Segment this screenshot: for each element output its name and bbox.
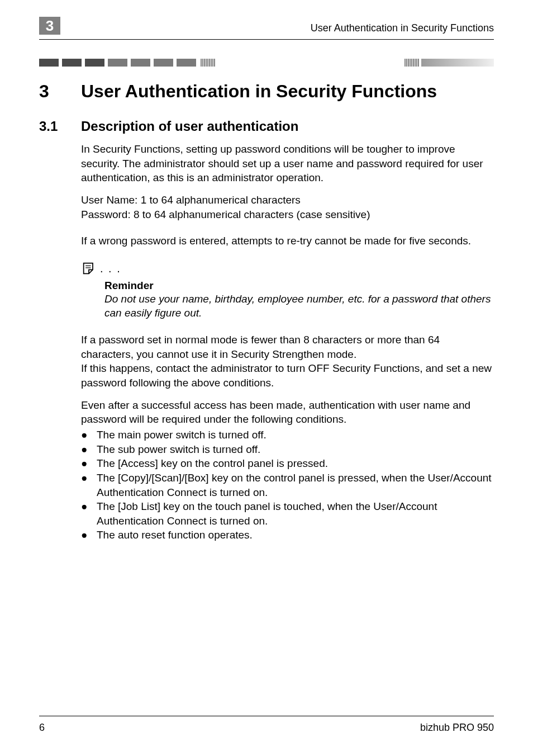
reminder-label: Reminder bbox=[81, 280, 494, 292]
running-header: User Authentication in Security Function… bbox=[311, 22, 494, 34]
bullet-icon: ● bbox=[81, 528, 97, 542]
list-item: ●The [Access] key on the control panel i… bbox=[81, 456, 494, 471]
list-item-text: The main power switch is turned off. bbox=[97, 428, 266, 442]
bullet-icon: ● bbox=[81, 428, 97, 442]
bar-segment bbox=[177, 59, 196, 67]
page-footer: 6 bizhub PRO 950 bbox=[39, 716, 494, 734]
header-rule bbox=[39, 39, 494, 40]
bullet-icon: ● bbox=[81, 471, 97, 485]
bullet-icon: ● bbox=[81, 499, 97, 514]
paragraph: In Security Functions, setting up passwo… bbox=[39, 142, 494, 185]
bullet-icon: ● bbox=[81, 442, 97, 457]
paragraph-line: If this happens, contact the administrat… bbox=[81, 362, 492, 389]
bar-barcode bbox=[201, 59, 215, 67]
list-item-text: The sub power switch is turned off. bbox=[97, 442, 260, 457]
reminder-block: . . . Reminder Do not use your name, bir… bbox=[39, 261, 494, 320]
bar-segment bbox=[154, 59, 173, 67]
paragraph-line: If a password set in normal mode is fewe… bbox=[81, 334, 440, 360]
paragraph: Even after a successful access has been … bbox=[39, 398, 494, 427]
list-item-text: The auto reset function operates. bbox=[97, 528, 253, 542]
bar-segment bbox=[85, 59, 104, 67]
chapter-title: 3 User Authentication in Security Functi… bbox=[39, 81, 494, 102]
bar-segment bbox=[131, 59, 150, 67]
reminder-icon: . . . bbox=[81, 261, 494, 276]
paragraph-line: User Name: 1 to 64 alphanumerical charac… bbox=[81, 194, 301, 206]
bar-gradient bbox=[421, 59, 494, 67]
bar-segment bbox=[62, 59, 82, 67]
list-item-text: The [Copy]/[Scan]/[Box] key on the contr… bbox=[97, 471, 494, 499]
bullet-list: ●The main power switch is turned off. ●T… bbox=[39, 428, 494, 542]
list-item-text: The [Job List] key on the touch panel is… bbox=[97, 499, 494, 528]
chapter-marker: 3 bbox=[39, 17, 60, 35]
reminder-dots: . . . bbox=[100, 262, 121, 276]
list-item: ●The auto reset function operates. bbox=[81, 528, 494, 542]
decorative-bar-left bbox=[39, 59, 215, 67]
product-name: bizhub PRO 950 bbox=[420, 722, 494, 734]
bullet-icon: ● bbox=[81, 456, 97, 471]
section-number: 3.1 bbox=[39, 119, 81, 134]
list-item: ●The sub power switch is turned off. bbox=[81, 442, 494, 457]
list-item-text: The [Access] key on the control panel is… bbox=[97, 456, 328, 471]
list-item: ●The main power switch is turned off. bbox=[81, 428, 494, 442]
decorative-bar-right bbox=[403, 59, 494, 67]
page-number: 6 bbox=[39, 722, 45, 734]
reminder-text: Do not use your name, birthday, employee… bbox=[81, 292, 494, 320]
bar-segment bbox=[39, 59, 59, 67]
footer-rule bbox=[39, 716, 494, 716]
list-item: ●The [Job List] key on the touch panel i… bbox=[81, 499, 494, 528]
bar-segment bbox=[108, 59, 127, 67]
list-item: ●The [Copy]/[Scan]/[Box] key on the cont… bbox=[81, 471, 494, 499]
paragraph: User Name: 1 to 64 alphanumerical charac… bbox=[39, 193, 494, 221]
paragraph-line: Password: 8 to 64 alphanumerical charact… bbox=[81, 209, 370, 220]
paragraph: If a wrong password is entered, attempts… bbox=[39, 234, 494, 248]
chapter-title-number: 3 bbox=[39, 81, 81, 102]
section-title: Description of user authentication bbox=[81, 119, 298, 134]
note-icon bbox=[81, 261, 97, 276]
chapter-title-text: User Authentication in Security Function… bbox=[81, 81, 494, 102]
section-heading: 3.1 Description of user authentication bbox=[39, 119, 494, 134]
bar-barcode bbox=[404, 59, 419, 67]
chapter-marker-number: 3 bbox=[46, 17, 54, 35]
paragraph: If a password set in normal mode is fewe… bbox=[39, 333, 494, 390]
